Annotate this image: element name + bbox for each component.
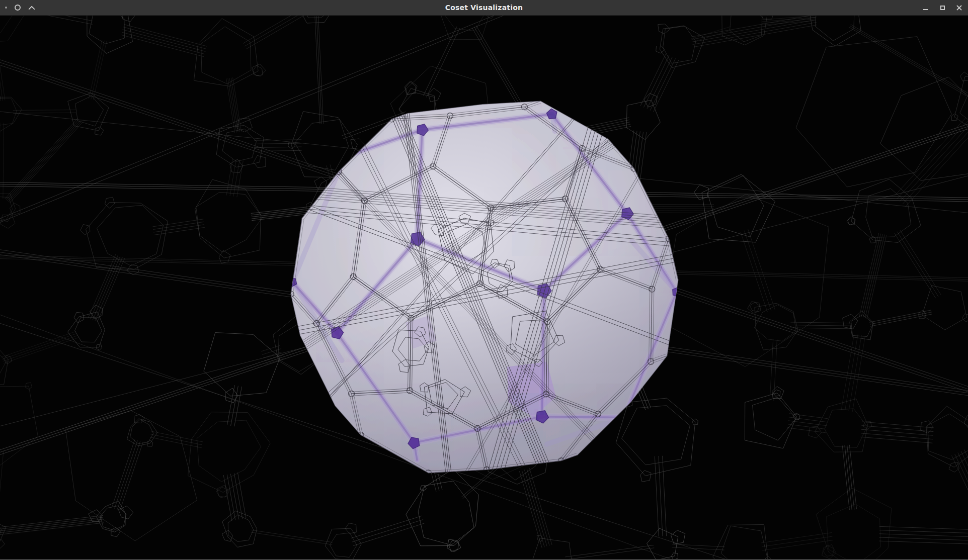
coset-visualization-render — [0, 16, 968, 559]
window-controls — [922, 0, 963, 15]
minimize-icon — [923, 9, 928, 10]
3d-viewport[interactable] — [0, 16, 968, 560]
titlebar-left-controls — [5, 0, 35, 15]
titlebar: Coset Visualization — [0, 0, 968, 16]
window-title: Coset Visualization — [0, 0, 968, 15]
maximize-button[interactable] — [938, 4, 946, 12]
circle-icon[interactable] — [15, 5, 21, 11]
minimize-button[interactable] — [922, 4, 930, 12]
close-icon — [956, 5, 962, 11]
close-button[interactable] — [955, 4, 963, 12]
chevron-up-icon[interactable] — [28, 6, 35, 10]
maximize-icon — [940, 6, 945, 10]
dot-icon — [5, 7, 7, 9]
